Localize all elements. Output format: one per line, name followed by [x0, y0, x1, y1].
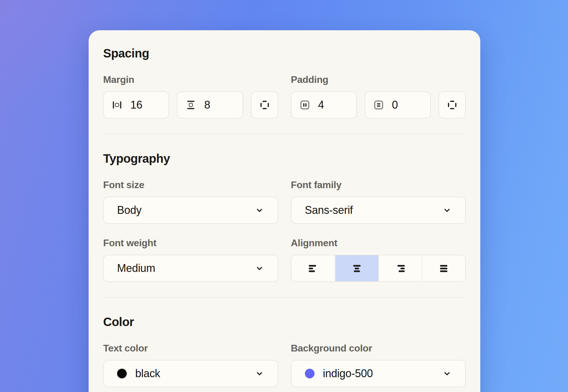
- font-size-value: Body: [117, 204, 142, 217]
- alignment-label: Alignment: [291, 237, 466, 249]
- align-left-button[interactable]: [292, 255, 335, 281]
- align-justify-button[interactable]: [422, 255, 465, 281]
- chevron-down-icon: [255, 263, 264, 273]
- align-right-icon: [394, 262, 406, 274]
- chevron-down-icon: [442, 369, 452, 378]
- padding-vertical-input[interactable]: 0: [365, 91, 431, 119]
- margin-individual-sides-icon: [259, 99, 271, 111]
- margin-field: Margin 16: [103, 60, 278, 119]
- font-family-field: Font family Sans-serif: [291, 166, 466, 224]
- padding-horizontal-icon: [299, 99, 311, 111]
- text-color-dropdown[interactable]: black: [103, 360, 278, 387]
- text-color-swatch: [117, 369, 127, 378]
- text-color-field: Text color black: [103, 329, 278, 387]
- align-justify-icon: [438, 262, 450, 274]
- padding-individual-sides-icon: [446, 99, 458, 111]
- typography-section: Typography Font size Body Font family Sa…: [103, 151, 466, 282]
- margin-vertical-icon: [185, 99, 197, 111]
- align-center-icon: [351, 262, 363, 274]
- margin-horizontal-icon: [111, 99, 123, 111]
- background-color-value: indigo-500: [323, 367, 373, 380]
- font-weight-field: Font weight Medium: [103, 224, 278, 282]
- font-size-label: Font size: [103, 179, 278, 191]
- padding-vertical-icon: [373, 99, 385, 111]
- alignment-field: Alignment: [291, 224, 466, 282]
- padding-horizontal-input[interactable]: 4: [291, 91, 357, 119]
- spacing-section: Spacing Margin 16: [103, 46, 466, 119]
- margin-label: Margin: [103, 74, 278, 85]
- style-settings-panel: Spacing Margin 16: [89, 30, 480, 392]
- section-divider: [103, 297, 466, 298]
- padding-individual-sides-button[interactable]: [439, 91, 466, 119]
- text-color-value: black: [135, 367, 160, 380]
- font-weight-label: Font weight: [103, 237, 278, 249]
- margin-horizontal-value: 16: [130, 99, 142, 111]
- align-center-button[interactable]: [335, 255, 378, 281]
- chevron-down-icon: [442, 205, 452, 215]
- background-color-label: Background color: [291, 342, 466, 354]
- section-divider: [103, 134, 466, 134]
- text-color-label: Text color: [103, 342, 278, 354]
- background-color-swatch: [305, 369, 315, 378]
- color-section-title: Color: [103, 315, 466, 329]
- typography-section-title: Typography: [103, 151, 466, 166]
- spacing-section-title: Spacing: [103, 46, 466, 60]
- margin-horizontal-input[interactable]: 16: [103, 91, 169, 119]
- align-right-button[interactable]: [378, 255, 422, 281]
- chevron-down-icon: [255, 369, 264, 378]
- alignment-segmented-control: [291, 255, 466, 282]
- padding-horizontal-value: 4: [318, 99, 324, 111]
- font-size-field: Font size Body: [103, 166, 278, 224]
- padding-field: Padding 4: [291, 60, 466, 119]
- margin-vertical-value: 8: [204, 99, 210, 111]
- padding-vertical-value: 0: [392, 99, 398, 111]
- background-color-dropdown[interactable]: indigo-500: [291, 360, 466, 387]
- margin-individual-sides-button[interactable]: [251, 91, 278, 119]
- font-family-label: Font family: [291, 179, 466, 191]
- font-weight-value: Medium: [117, 262, 155, 275]
- color-section: Color Text color black Backg: [103, 315, 466, 387]
- chevron-down-icon: [255, 205, 264, 215]
- padding-label: Padding: [291, 74, 466, 85]
- margin-vertical-input[interactable]: 8: [177, 91, 243, 119]
- background-color-field: Background color indigo-500: [291, 329, 466, 387]
- font-family-value: Sans-serif: [305, 204, 353, 217]
- font-weight-dropdown[interactable]: Medium: [103, 255, 278, 282]
- align-left-icon: [307, 262, 319, 274]
- font-family-dropdown[interactable]: Sans-serif: [291, 197, 466, 224]
- font-size-dropdown[interactable]: Body: [103, 197, 278, 224]
